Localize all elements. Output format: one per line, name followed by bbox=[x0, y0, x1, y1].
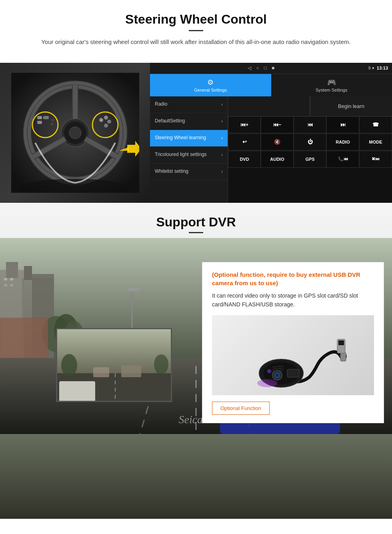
menu-item-whitelist[interactable]: Whitelist setting › bbox=[150, 164, 228, 180]
steering-wheel-image: + - ◁ ▷ ⊙ bbox=[0, 63, 150, 203]
menu-item-steering-wheel[interactable]: Steering Wheel learning › bbox=[150, 130, 228, 147]
menu-steering-label: Steering Wheel learning bbox=[155, 135, 206, 141]
tab-system-label: System Settings bbox=[316, 88, 347, 92]
btn-phone[interactable]: ☎ bbox=[359, 116, 392, 133]
btn-audio[interactable]: AUDIO bbox=[261, 151, 294, 168]
svg-rect-33 bbox=[6, 262, 18, 278]
btn-mute-next[interactable]: ✖⏭ bbox=[359, 151, 392, 168]
status-bar: ◁ ○ □ ■ 9 ▾ 13:13 bbox=[150, 63, 392, 74]
chevron-icon: › bbox=[221, 152, 223, 158]
svg-rect-46 bbox=[0, 318, 48, 358]
svg-rect-37 bbox=[4, 278, 7, 280]
menu-item-radio[interactable]: Radio › bbox=[150, 96, 228, 113]
controls-area: Begin learn ⏮+ ⏮− ⏮ ⏭ ☎ ↩ 🔇 ⏻ RADIO MODE bbox=[228, 96, 392, 203]
begin-learn-left-empty bbox=[228, 96, 310, 116]
optional-text: (Optional function, require to buy exter… bbox=[212, 270, 374, 287]
svg-point-79 bbox=[257, 379, 277, 387]
gear-icon: ⚙ bbox=[207, 78, 214, 87]
dvr-camera-image bbox=[212, 315, 374, 395]
menu-icon[interactable]: ■ bbox=[272, 65, 274, 71]
begin-learn-button[interactable]: Begin learn bbox=[310, 96, 392, 116]
tab-general-label: General Settings bbox=[194, 88, 227, 92]
svg-point-66 bbox=[154, 354, 168, 374]
svg-rect-64 bbox=[93, 367, 109, 377]
system-icon: 🎮 bbox=[327, 78, 336, 87]
settings-tabs: ⚙ General Settings 🎮 System Settings bbox=[150, 74, 392, 96]
android-panel: ◁ ○ □ ■ 9 ▾ 13:13 ⚙ General Settings 🎮 S… bbox=[150, 63, 392, 203]
dvr-divider bbox=[189, 232, 203, 233]
signal-icon: 9 ▾ bbox=[368, 66, 374, 71]
btn-radio[interactable]: RADIO bbox=[326, 134, 359, 150]
svg-point-25 bbox=[104, 124, 108, 128]
svg-point-65 bbox=[61, 354, 77, 376]
svg-point-78 bbox=[267, 369, 271, 373]
dvr-street-image: (Optional function, require to buy exter… bbox=[0, 238, 392, 434]
optional-function-button[interactable]: Optional Function bbox=[212, 402, 374, 415]
section1-subtitle: Your original car's steering wheel contr… bbox=[32, 38, 360, 47]
chevron-icon: › bbox=[221, 118, 223, 124]
btn-hangup[interactable]: ↩ bbox=[228, 134, 261, 150]
chevron-icon: › bbox=[221, 169, 223, 174]
btn-power[interactable]: ⏻ bbox=[294, 134, 326, 150]
nav-buttons: ◁ ○ □ ■ bbox=[154, 65, 368, 71]
svg-point-6 bbox=[69, 127, 81, 139]
ctrl-row-1: ⏮+ ⏮− ⏮ ⏭ ☎ bbox=[228, 116, 392, 134]
tab-system-settings[interactable]: 🎮 System Settings bbox=[271, 74, 392, 96]
back-icon[interactable]: ◁ bbox=[248, 65, 251, 71]
btn-tel-prev[interactable]: 📞⏮ bbox=[326, 151, 359, 168]
chevron-icon: › bbox=[221, 135, 223, 141]
btn-dvd[interactable]: DVD bbox=[228, 151, 261, 168]
ctrl-row-2: ↩ 🔇 ⏻ RADIO MODE bbox=[228, 134, 392, 151]
menu-item-default-setting[interactable]: DefaultSetting › bbox=[150, 113, 228, 130]
dvr-thumbnail bbox=[56, 328, 172, 402]
ctrl-row-3: DVD AUDIO GPS 📞⏮ ✖⏭ bbox=[228, 151, 392, 168]
dvr-section: Support DVR bbox=[0, 203, 392, 519]
svg-rect-16 bbox=[43, 116, 49, 119]
svg-rect-38 bbox=[10, 278, 13, 280]
btn-mode[interactable]: MODE bbox=[359, 134, 392, 150]
btn-gps[interactable]: GPS bbox=[294, 151, 326, 168]
svg-point-24 bbox=[107, 120, 111, 124]
svg-point-23 bbox=[104, 116, 108, 120]
recent-icon[interactable]: □ bbox=[264, 65, 267, 71]
btn-volume-up[interactable]: ⏮+ bbox=[228, 116, 261, 133]
btn-next-track[interactable]: ⏭ bbox=[326, 116, 359, 133]
home-icon[interactable]: ○ bbox=[256, 65, 259, 71]
tab-general-settings[interactable]: ⚙ General Settings bbox=[150, 74, 271, 96]
svg-rect-35 bbox=[24, 266, 32, 280]
optional-function-label: Optional Function bbox=[212, 402, 270, 415]
begin-learn-row: Begin learn bbox=[228, 96, 392, 116]
svg-rect-71 bbox=[338, 340, 344, 345]
svg-rect-59 bbox=[128, 288, 140, 291]
svg-rect-69 bbox=[340, 352, 346, 361]
steering-composite: + - ◁ ▷ ⊙ ◁ ○ □ bbox=[0, 63, 392, 203]
btn-mute[interactable]: 🔇 bbox=[261, 134, 294, 150]
section1-title: Steering Wheel Control bbox=[16, 12, 376, 27]
svg-text:+: + bbox=[39, 116, 41, 120]
svg-text:-: - bbox=[39, 121, 40, 124]
menu-radio-label: Radio bbox=[155, 101, 167, 108]
svg-point-76 bbox=[276, 374, 279, 377]
menu-whitelist-label: Whitelist setting bbox=[155, 168, 188, 175]
svg-rect-77 bbox=[287, 369, 299, 377]
svg-rect-40 bbox=[10, 284, 13, 286]
btn-volume-down[interactable]: ⏮− bbox=[261, 116, 294, 133]
dvr-description: It can record video only to storage in G… bbox=[212, 291, 374, 309]
menu-item-tricoloured[interactable]: Tricoloured light settings › bbox=[150, 147, 228, 164]
dvr-header: Support DVR bbox=[0, 203, 392, 238]
menu-tricoloured-label: Tricoloured light settings bbox=[155, 152, 207, 158]
svg-text:⊙: ⊙ bbox=[100, 119, 102, 122]
settings-menu: Radio › DefaultSetting › Steering Wheel … bbox=[150, 96, 228, 203]
status-time: 13:13 bbox=[377, 66, 388, 70]
svg-rect-67 bbox=[59, 381, 95, 402]
dvr-title: Support DVR bbox=[0, 215, 392, 230]
panel-main: Radio › DefaultSetting › Steering Wheel … bbox=[150, 96, 392, 203]
btn-prev-track[interactable]: ⏮ bbox=[294, 116, 326, 133]
dvr-info-card: (Optional function, require to buy exter… bbox=[202, 262, 384, 424]
chevron-icon: › bbox=[221, 102, 223, 107]
menu-default-label: DefaultSetting bbox=[155, 118, 185, 124]
svg-rect-63 bbox=[121, 365, 141, 377]
title-divider bbox=[189, 30, 203, 31]
svg-rect-39 bbox=[4, 284, 7, 286]
steering-section: Steering Wheel Control Your original car… bbox=[0, 0, 392, 63]
